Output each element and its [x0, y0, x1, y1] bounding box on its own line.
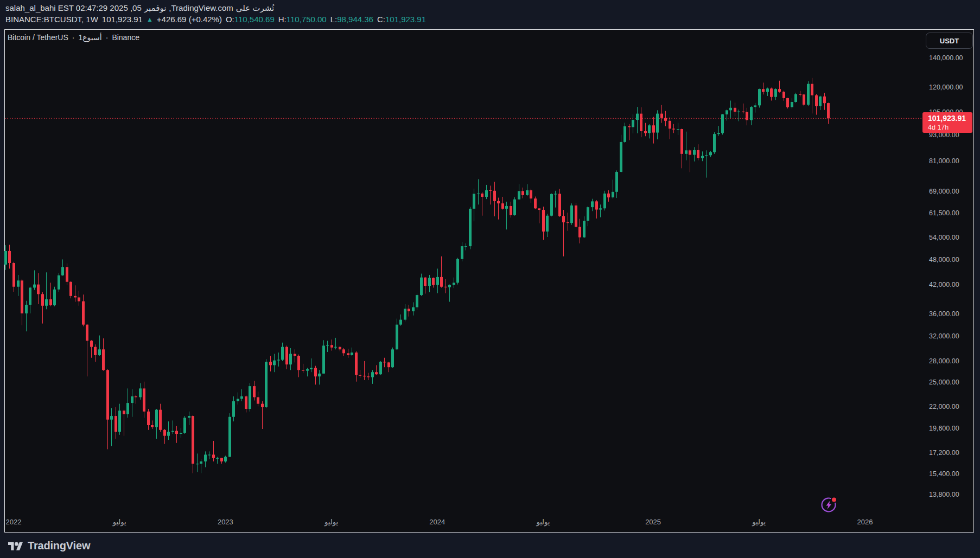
legend-separator: · [72, 33, 75, 42]
time-tick-label: يوليو [324, 518, 338, 526]
price-tick-label: 32,000.00 [929, 332, 959, 340]
price-tick-label: 13,800.00 [929, 491, 959, 498]
currency-toggle-button[interactable]: USDT [926, 33, 973, 49]
time-tick-label: 2022 [6, 518, 22, 526]
legend-interval[interactable]: 1أسبوع [78, 33, 101, 42]
price-tick-label: 48,000.00 [929, 256, 959, 264]
time-tick-label: يوليو [536, 518, 550, 526]
price-tick-label: 54,000.00 [929, 234, 959, 241]
price-tick-label: 17,200.00 [929, 449, 959, 457]
lightning-bolt-glyph [826, 501, 832, 510]
tradingview-logo-icon[interactable] [8, 540, 23, 551]
time-tick-label: 2023 [218, 518, 233, 526]
time-tick-label: 2026 [857, 518, 873, 526]
time-tick-label: يوليو [752, 518, 766, 526]
current-price-value: 101,923.91 [928, 113, 972, 124]
notification-dot [832, 498, 836, 502]
tradingview-snapshot-page: { "colors":{ "up":"#1aa77d","down":"#f23… [0, 0, 980, 558]
price-tick-label: 15,400.00 [929, 470, 959, 478]
time-tick-label: 2025 [645, 518, 661, 526]
price-tick-label: 36,000.00 [929, 310, 959, 318]
time-tick-label: يوليو [113, 518, 126, 526]
time-axis[interactable]: 2022يوليو2023يوليو2024يوليو2025يوليو2026 [5, 513, 974, 532]
footer-bar: TradingView [0, 533, 980, 558]
tradingview-wordmark[interactable]: TradingView [28, 540, 90, 552]
price-tick-label: 81,000.00 [929, 157, 959, 165]
legend-separator: · [106, 33, 109, 42]
price-tick-label: 25,000.00 [929, 379, 959, 386]
price-tick-label: 28,000.00 [929, 357, 959, 365]
price-tick-label: 61,500.00 [929, 209, 959, 217]
flash-publish-icon[interactable] [820, 496, 838, 514]
price-tick-label: 140,000.00 [929, 54, 963, 62]
candlestick-canvas[interactable] [0, 0, 980, 558]
legend-exchange[interactable]: Binance [112, 33, 139, 42]
price-tick-label: 22,000.00 [929, 403, 959, 411]
chart-legend[interactable]: Bitcoin / TetherUS · 1أسبوع · Binance [8, 33, 139, 42]
price-axis[interactable]: 140,000.00120,000.00105,000.0093,000.008… [922, 30, 974, 513]
price-tick-label: 69,000.00 [929, 188, 959, 195]
price-tick-label: 120,000.00 [929, 84, 963, 91]
bar-countdown: 4d 17h [928, 124, 972, 132]
legend-symbol-title[interactable]: Bitcoin / TetherUS [8, 33, 68, 42]
time-tick-label: 2024 [429, 518, 445, 526]
price-tick-label: 19,600.00 [929, 425, 959, 432]
current-price-label: 101,923.91 4d 17h [922, 112, 972, 133]
price-tick-label: 42,000.00 [929, 281, 959, 288]
